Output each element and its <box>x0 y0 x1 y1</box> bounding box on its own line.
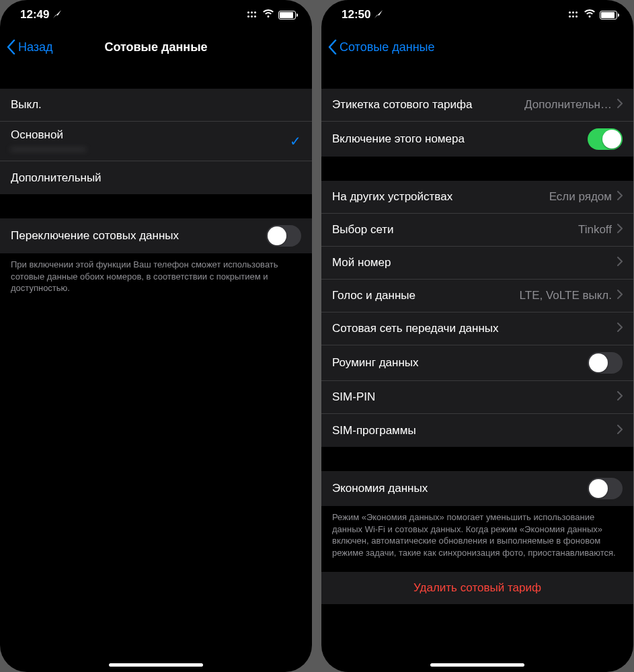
row-label: Роуминг данных <box>332 356 588 370</box>
row-label: Экономия данных <box>332 482 588 495</box>
back-button[interactable]: Назад <box>7 40 53 54</box>
row-label: Включение этого номера <box>332 132 588 146</box>
row-label: Переключение сотовых данных <box>11 229 266 243</box>
voice-data-row[interactable]: Голос и данные LTE, VoLTE выкл. <box>321 280 633 312</box>
cellular-data-network-row[interactable]: Сотовая сеть передачи данных <box>321 312 633 345</box>
section-footer: Режим «Экономия данных» помогает уменьши… <box>321 506 633 558</box>
row-label: SIM-PIN <box>332 390 617 404</box>
row-label: Сотовая сеть передачи данных <box>332 322 617 335</box>
row-label: Мой номер <box>332 256 617 269</box>
low-data-mode-row[interactable]: Экономия данных <box>321 471 633 506</box>
row-value: Tinkoff <box>578 223 612 237</box>
my-number-row[interactable]: Мой номер <box>321 247 633 280</box>
enable-number-toggle[interactable] <box>588 128 623 150</box>
chevron-right-icon <box>617 390 623 404</box>
section-footer: При включении этой функции Ваш телефон с… <box>0 253 312 294</box>
checkmark-icon: ✓ <box>290 133 301 149</box>
chevron-right-icon <box>617 223 623 237</box>
row-label: Голос и данные <box>332 289 520 302</box>
option-secondary[interactable]: Дополнительный <box>0 161 312 194</box>
nav-bar: Сотовые данные <box>321 30 633 65</box>
option-label: Основной <box>11 128 290 142</box>
battery-icon <box>600 11 617 19</box>
back-button[interactable]: Сотовые данные <box>328 40 435 54</box>
sim-applications-row[interactable]: SIM-программы <box>321 414 633 447</box>
enable-number-row[interactable]: Включение этого номера <box>321 122 633 157</box>
home-indicator[interactable] <box>109 663 203 667</box>
chevron-right-icon <box>617 190 623 204</box>
dual-sim-icon <box>246 10 258 19</box>
status-bar: 12:49 <box>0 0 312 30</box>
option-primary[interactable]: Основной ———————— ✓ <box>0 122 312 161</box>
option-label: Выкл. <box>11 98 301 112</box>
row-value: LTE, VoLTE выкл. <box>520 289 612 302</box>
dual-sim-icon <box>567 10 580 19</box>
cellular-switching-toggle[interactable] <box>266 225 301 247</box>
option-off[interactable]: Выкл. <box>0 89 312 122</box>
option-label: Дополнительный <box>11 171 301 185</box>
cellular-plan-label-row[interactable]: Этикетка сотового тарифа Дополнительн… <box>321 89 633 122</box>
phone-right: 12:50 Сотовые данные Этикетка сотового т… <box>321 0 633 672</box>
network-selection-row[interactable]: Выбор сети Tinkoff <box>321 214 633 247</box>
chevron-right-icon <box>617 322 623 335</box>
wifi-icon <box>262 8 274 22</box>
battery-icon <box>278 11 296 19</box>
cellular-switching-row[interactable]: Переключение сотовых данных <box>0 218 312 253</box>
home-indicator[interactable] <box>430 663 524 667</box>
option-sublabel: ———————— <box>11 143 290 154</box>
wifi-icon <box>584 8 596 22</box>
row-value: Дополнительн… <box>524 98 612 112</box>
delete-plan-label: Удалить сотовый тариф <box>413 581 541 594</box>
status-time: 12:50 <box>342 8 370 22</box>
row-label: Этикетка сотового тарифа <box>332 98 524 112</box>
delete-plan-button[interactable]: Удалить сотовый тариф <box>321 572 633 604</box>
nav-bar: Назад Сотовые данные <box>0 30 312 65</box>
chevron-right-icon <box>617 289 623 302</box>
chevron-right-icon <box>617 98 623 112</box>
status-time: 12:49 <box>20 8 49 22</box>
sim-pin-row[interactable]: SIM-PIN <box>321 381 633 414</box>
phone-left: 12:49 Назад Сотовые данные Выкл. <box>0 0 312 672</box>
page-title: Сотовые данные <box>104 40 207 54</box>
data-roaming-toggle[interactable] <box>588 352 623 374</box>
status-bar: 12:50 <box>321 0 633 30</box>
back-label: Назад <box>18 40 53 54</box>
low-data-mode-toggle[interactable] <box>588 478 623 499</box>
chevron-right-icon <box>617 424 623 437</box>
back-label: Сотовые данные <box>340 40 435 54</box>
row-label: На других устройствах <box>332 190 549 204</box>
chevron-right-icon <box>617 256 623 269</box>
location-icon <box>374 9 383 20</box>
row-label: SIM-программы <box>332 424 617 437</box>
row-value: Если рядом <box>549 190 612 204</box>
row-label: Выбор сети <box>332 223 578 237</box>
location-icon <box>53 9 61 20</box>
data-roaming-row[interactable]: Роуминг данных <box>321 345 633 381</box>
other-devices-row[interactable]: На других устройствах Если рядом <box>321 181 633 214</box>
